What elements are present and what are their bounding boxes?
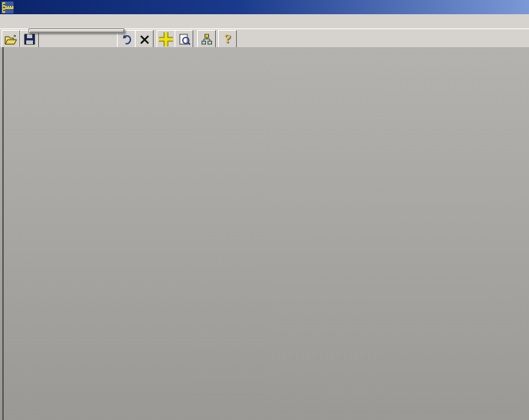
chart-and-measure-overlay — [0, 47, 529, 420]
photo-left-edge — [2, 47, 4, 420]
crosshair-icon — [159, 32, 173, 46]
undo-arrow-icon — [121, 34, 133, 45]
structure-diagram-icon — [201, 34, 213, 45]
help-button[interactable]: ? ? — [218, 30, 237, 49]
open-folder-icon — [4, 34, 17, 45]
preview-magnifier-icon — [178, 34, 190, 46]
messen-menu-popup — [28, 28, 124, 33]
structure-button[interactable] — [197, 30, 216, 49]
delete-button[interactable] — [135, 30, 154, 49]
help-question-icon: ? ? — [223, 33, 233, 46]
title-bar — [0, 0, 529, 14]
image-canvas[interactable] — [0, 47, 529, 420]
print-preview-button[interactable] — [175, 30, 193, 49]
save-diskette-icon — [24, 34, 35, 45]
app-icon — [1, 1, 13, 13]
crosshair-button[interactable] — [157, 30, 175, 49]
delete-x-icon — [139, 34, 150, 45]
app-window: ? ? — [0, 0, 529, 420]
open-button[interactable] — [1, 30, 20, 49]
svg-text:?: ? — [224, 33, 230, 45]
menu-bar — [0, 14, 529, 28]
